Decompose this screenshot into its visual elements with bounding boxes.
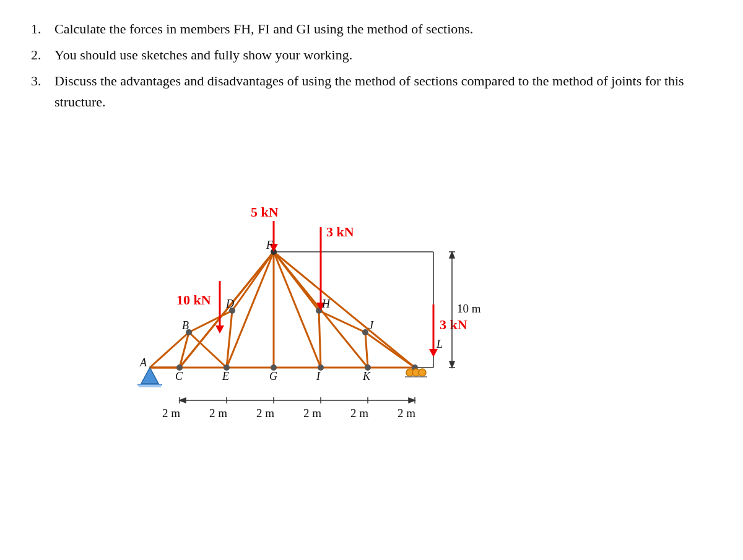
label-C: C <box>175 370 183 382</box>
label-I: I <box>316 370 321 382</box>
svg-marker-34 <box>141 368 159 384</box>
q3-text: Discuss the advantages and disadvantages… <box>54 71 712 113</box>
dimension-line <box>180 397 415 403</box>
dim-1: 2 m <box>162 407 180 420</box>
dim-6: 2 m <box>398 407 415 420</box>
q3-number: 3. <box>31 71 54 113</box>
label-F: F <box>266 239 274 251</box>
svg-line-18 <box>365 332 368 368</box>
q1-number: 1. <box>31 19 54 40</box>
svg-line-16 <box>274 252 319 311</box>
svg-line-19 <box>365 332 415 368</box>
label-L: L <box>436 338 443 350</box>
svg-marker-60 <box>180 398 186 403</box>
svg-marker-65 <box>450 252 454 258</box>
label-K: K <box>362 370 371 382</box>
svg-text:3 kN: 3 kN <box>440 317 467 332</box>
page-content: 1. Calculate the forces in members FH, F… <box>0 0 743 441</box>
dim-3: 2 m <box>256 407 274 420</box>
question-item-3: 3. Discuss the advantages and disadvanta… <box>31 71 712 113</box>
label-A: A <box>139 356 147 369</box>
label-E: E <box>222 370 229 382</box>
svg-point-33 <box>362 329 368 335</box>
height-dimension <box>449 252 455 368</box>
q1-text: Calculate the forces in members FH, FI a… <box>54 19 473 40</box>
svg-text:3 kN: 3 kN <box>326 224 354 239</box>
load-5kN: 5 kN <box>251 204 279 252</box>
question-item-1: 1. Calculate the forces in members FH, F… <box>31 19 712 40</box>
svg-marker-66 <box>450 361 454 368</box>
diagram-container: 5 kN 3 kN 10 kN 3 kN <box>31 125 712 428</box>
svg-line-2 <box>274 252 415 368</box>
q2-number: 2. <box>31 45 54 66</box>
svg-text:5 kN: 5 kN <box>251 204 279 220</box>
height-label: 10 m <box>457 302 481 315</box>
dimension-labels: 2 m 2 m 2 m 2 m 2 m 2 m <box>162 407 415 420</box>
svg-point-39 <box>419 369 426 376</box>
svg-marker-48 <box>215 325 224 334</box>
label-H: H <box>321 298 331 310</box>
dim-5: 2 m <box>350 407 368 420</box>
svg-text:10 kN: 10 kN <box>176 292 211 308</box>
truss-members <box>150 252 433 368</box>
svg-line-15 <box>319 311 321 368</box>
support-roller-right <box>405 369 427 377</box>
question-list: 1. Calculate the forces in members FH, F… <box>31 19 712 113</box>
dim-4: 2 m <box>303 407 321 420</box>
q2-text: You should use sketches and fully show y… <box>54 45 352 66</box>
label-B: B <box>182 319 189 332</box>
label-D: D <box>225 298 234 310</box>
label-J: J <box>368 319 374 332</box>
svg-marker-61 <box>409 398 415 403</box>
truss-diagram: 5 kN 3 kN 10 kN 3 kN <box>118 125 625 428</box>
svg-line-6 <box>274 252 321 368</box>
label-G: G <box>269 370 277 382</box>
dim-2: 2 m <box>209 407 227 420</box>
question-item-2: 2. You should use sketches and fully sho… <box>31 45 712 66</box>
support-pin-A <box>137 368 162 387</box>
